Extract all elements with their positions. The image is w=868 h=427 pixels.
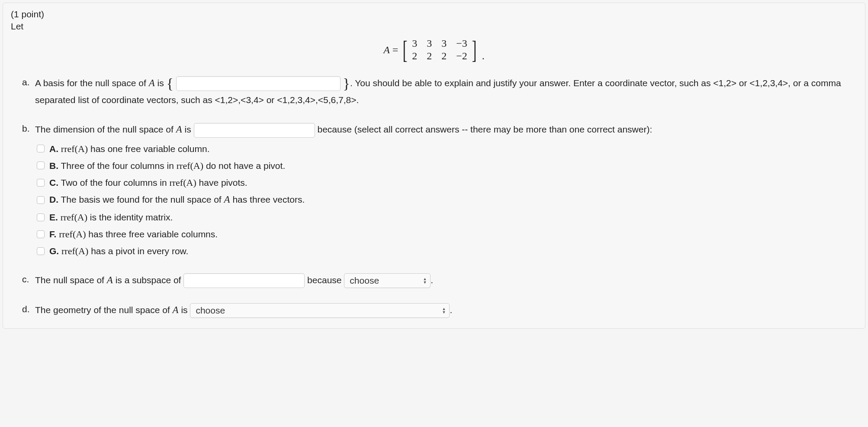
choice-g: G. rref(A) has a pivot in every row.: [35, 243, 857, 259]
matrix-cell: 2: [427, 50, 432, 62]
matrix-equation: A = [ 3 3 3 −3 2 2 2 −2 ] .: [11, 38, 857, 62]
choice-letter: D.: [49, 194, 58, 204]
checkbox-b[interactable]: [37, 162, 45, 169]
example-3: <1,2>,<3,4>: [215, 95, 264, 105]
rref-fn: rref(A): [61, 212, 87, 223]
rref-fn: rref(A): [177, 160, 203, 171]
basis-input[interactable]: [176, 76, 341, 91]
var-A: A: [176, 124, 182, 135]
stepper-icon: ▲▼: [442, 307, 446, 314]
var-A: A: [173, 304, 179, 315]
checkbox-d[interactable]: [37, 196, 45, 204]
example-2: <1,2,3,4>: [749, 78, 788, 88]
matrix-cell: 2: [441, 50, 447, 62]
part-a-or2: or: [264, 95, 277, 105]
choice-post: has a pivot in every row.: [88, 246, 188, 256]
rref-fn: rref(A): [61, 246, 88, 256]
choice-letter: E.: [49, 212, 58, 222]
matrix-cell: 3: [412, 38, 417, 49]
part-d-text-2: is: [179, 305, 190, 315]
matrix-cell: 2: [412, 50, 417, 62]
part-a-text-2: is: [155, 78, 167, 88]
choice-letter: F.: [49, 229, 56, 239]
choice-post: has one free variable column.: [88, 144, 209, 154]
choice-letter: A.: [49, 144, 58, 154]
right-brace: }: [343, 75, 350, 91]
reason-select[interactable]: choose ▲▼: [344, 273, 431, 288]
choice-letter: B.: [49, 161, 58, 171]
right-bracket: ]: [472, 38, 476, 62]
choice-letter: C.: [49, 178, 58, 188]
choice-c: C. Two of the four columns in rref(A) ha…: [35, 175, 857, 190]
choice-post: has three free variable columns.: [86, 229, 218, 239]
left-bracket: [: [403, 38, 408, 62]
choice-post: has three vectors.: [230, 194, 305, 204]
matrix-period: .: [482, 50, 485, 62]
matrix-cell: 3: [427, 38, 432, 49]
rref-fn: rref(A): [169, 177, 196, 188]
var-A: A: [149, 78, 155, 88]
choice-e: E. rref(A) is the identity matrix.: [35, 210, 857, 225]
checkbox-e[interactable]: [37, 214, 45, 221]
part-d-text-1: The geometry of the null space of: [35, 305, 173, 315]
choice-b: B. Three of the four columns in rref(A) …: [35, 158, 857, 173]
choice-letter: G.: [49, 246, 59, 256]
choice-pre: The basis we found for the null space of: [61, 194, 224, 204]
checkbox-f[interactable]: [37, 230, 45, 238]
part-a-or1: or: [736, 78, 749, 88]
var-A: A: [224, 194, 230, 205]
choice-post: is the identity matrix.: [87, 212, 173, 222]
part-c: The null space of A is a subspace of bec…: [22, 271, 857, 289]
matrix-cell: −3: [456, 38, 467, 49]
left-brace: {: [167, 75, 174, 91]
rref-fn: rref(A): [59, 229, 86, 239]
choice-f: F. rref(A) has three free variable colum…: [35, 226, 857, 242]
choice-d: D. The basis we found for the null space…: [35, 192, 857, 208]
part-a-text-3: . You should be able to explain and just…: [350, 78, 713, 88]
part-d: The geometry of the null space of A is c…: [22, 301, 857, 319]
dimension-input[interactable]: [194, 123, 315, 138]
choice-pre: Three of the four columns in: [61, 161, 176, 171]
checkbox-list: A. rref(A) has one free variable column.…: [35, 141, 857, 259]
select-label: choose: [350, 272, 379, 289]
choice-post: have pivots.: [196, 178, 248, 188]
select-label: choose: [196, 302, 225, 319]
part-c-end: .: [431, 275, 433, 285]
part-c-because: because: [307, 275, 344, 285]
parts-list: A basis for the null space of A is { }. …: [11, 74, 857, 319]
part-c-text-2: is a subspace of: [113, 275, 183, 285]
part-b: The dimension of the null space of A is …: [22, 120, 857, 259]
part-a: A basis for the null space of A is { }. …: [22, 74, 857, 108]
part-c-text-1: The null space of: [35, 275, 107, 285]
points-label: (1 point): [11, 9, 857, 19]
choice-pre: Two of the four columns in: [61, 178, 169, 188]
checkbox-c[interactable]: [37, 179, 45, 187]
choice-a: A. rref(A) has one free variable column.: [35, 141, 857, 156]
part-b-text-1: The dimension of the null space of: [35, 124, 176, 134]
subspace-input[interactable]: [183, 273, 305, 288]
matrix-cell: 3: [441, 38, 447, 49]
part-a-text-1: A basis for the null space of: [35, 78, 149, 88]
checkbox-a[interactable]: [37, 145, 45, 152]
checkbox-g[interactable]: [37, 247, 45, 255]
geometry-select[interactable]: choose ▲▼: [190, 303, 450, 318]
equals-sign: =: [392, 44, 399, 56]
problem-container: (1 point) Let A = [ 3 3 3 −3 2 2 2 −2 ] …: [3, 3, 865, 329]
part-b-text-3: because (select all correct answers -- t…: [317, 124, 652, 134]
stepper-icon: ▲▼: [423, 277, 427, 284]
matrix-var: A: [383, 44, 390, 56]
example-4: <1,2,3,4>,<5,6,7,8>: [277, 95, 356, 105]
var-A: A: [107, 275, 113, 285]
part-b-text-2: is: [182, 124, 194, 134]
part-a-end: .: [357, 95, 359, 105]
part-d-end: .: [450, 305, 452, 315]
example-1: <1,2>: [713, 78, 736, 88]
rref-fn: rref(A): [61, 143, 88, 154]
matrix-cell: −2: [456, 50, 467, 62]
let-label: Let: [11, 21, 857, 32]
choice-post: do not have a pivot.: [203, 161, 285, 171]
matrix-grid: 3 3 3 −3 2 2 2 −2: [412, 38, 467, 62]
